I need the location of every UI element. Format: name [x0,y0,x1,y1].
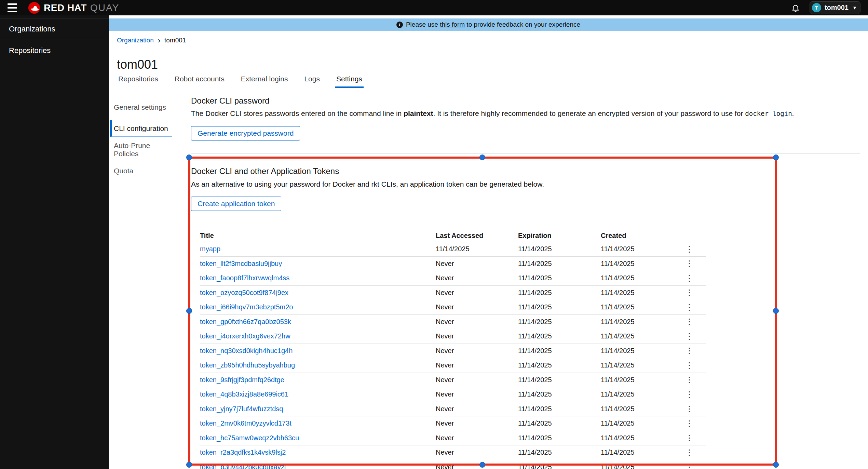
table-row: token_9sfrjgjf3pdmfq26dtgeNever11/14/202… [200,373,706,388]
sidebar-item-organizations[interactable]: Organizations [0,18,109,40]
actions-cell: ⋮ [673,318,706,326]
notifications-bell-icon[interactable] [791,3,800,12]
kebab-menu-icon[interactable]: ⋮ [685,332,693,340]
token-link[interactable]: token_i66i9hqv7m3ebzpt5m2o [200,303,293,311]
token-title-cell: token_b3uv44l2bk0cbuxavzl [200,463,436,469]
kebab-menu-icon[interactable]: ⋮ [685,259,693,268]
kebab-menu-icon[interactable]: ⋮ [685,303,693,311]
section-divider [191,153,860,153]
kebab-menu-icon[interactable]: ⋮ [685,448,693,457]
last-accessed-value: Never [436,318,518,326]
table-row: token_i4orxerxh0xg6vex72hwNever11/14/202… [200,329,706,344]
subnav-item-quota[interactable]: Quota [110,160,172,182]
token-link[interactable]: token_llt2f3mcdbaslu9jjbuy [200,260,282,267]
token-link[interactable]: token_9sfrjgjf3pdmfq26dtge [200,376,284,384]
info-icon: i [396,22,403,28]
kebab-menu-icon[interactable]: ⋮ [685,376,693,384]
last-accessed-value: Never [436,347,518,355]
column-header-last-accessed: Last Accessed [436,232,518,240]
last-accessed-value: Never [436,405,518,413]
kebab-menu-icon[interactable]: ⋮ [685,289,693,297]
token-link[interactable]: token_2mv0k6tm0yzyvlcd173t [200,419,291,427]
token-link[interactable]: token_4q8b3xizj8a8e699ic61 [200,390,288,398]
kebab-menu-icon[interactable]: ⋮ [685,405,693,413]
token-link[interactable]: token_faoop8f7lhxrwwqlm4ss [200,274,289,282]
actions-cell: ⋮ [673,419,706,428]
actions-cell: ⋮ [673,347,706,355]
token-link[interactable]: token_ozyozq50cot9f874j9ex [200,289,288,296]
kebab-menu-icon[interactable]: ⋮ [685,318,693,326]
user-menu[interactable]: T tom001 ▾ [810,1,860,14]
created-value: 11/14/2025 [601,303,673,311]
expiration-value: 11/14/2025 [518,332,601,340]
token-title-cell: token_ozyozq50cot9f874j9ex [200,289,436,297]
expiration-value: 11/14/2025 [518,289,601,297]
kebab-menu-icon[interactable]: ⋮ [685,434,693,442]
table-row: token_zb95h0hdhu5sybyahbugNever11/14/202… [200,358,706,373]
tab-external-logins[interactable]: External logins [240,75,289,88]
expiration-value: 11/14/2025 [518,419,601,427]
kebab-menu-icon[interactable]: ⋮ [685,419,693,428]
brand-quay-text: QUAY [90,2,119,13]
tab-robot-accounts[interactable]: Robot accounts [173,75,226,88]
tab-logs[interactable]: Logs [303,75,321,88]
kebab-menu-icon[interactable]: ⋮ [685,245,693,253]
table-row: token_hc75amw0weqz2vbh63cuNever11/14/202… [200,431,706,446]
token-title-cell: token_hc75amw0weqz2vbh63cu [200,434,436,442]
subnav-item-general-settings[interactable]: General settings [110,97,172,118]
tab-settings[interactable]: Settings [335,75,364,88]
kebab-menu-icon[interactable]: ⋮ [685,361,693,370]
table-row: token_4q8b3xizj8a8e699ic61Never11/14/202… [200,387,706,402]
hamburger-menu-icon[interactable] [8,3,19,12]
kebab-menu-icon[interactable]: ⋮ [685,347,693,355]
redhat-quay-logo[interactable]: RED HAT QUAY [28,2,119,14]
actions-cell: ⋮ [673,463,706,469]
token-link[interactable]: token_b3uv44l2bk0cbuxavzl [200,463,286,469]
token-title-cell: token_i4orxerxh0xg6vex72hw [200,332,436,340]
expiration-value: 11/14/2025 [518,361,601,369]
username: tom001 [825,4,849,12]
subnav-item-cli-configuration[interactable]: CLI configuration [110,120,172,137]
expiration-value: 11/14/2025 [518,463,601,469]
token-link[interactable]: myapp [200,245,220,253]
table-row: token_yjny7j7luf4wfuzztdsqNever11/14/202… [200,402,706,417]
table-row: myapp11/14/202511/14/202511/14/2025⋮ [200,242,706,257]
breadcrumb-organization-link[interactable]: Organization [117,37,154,44]
created-value: 11/14/2025 [601,318,673,326]
feedback-form-link[interactable]: this form [440,21,465,28]
actions-cell: ⋮ [673,332,706,340]
token-title-cell: token_9sfrjgjf3pdmfq26dtge [200,376,436,384]
subnav-item-auto-prune-policies[interactable]: Auto-Prune Policies [110,139,172,160]
create-application-token-button[interactable]: Create application token [191,197,281,211]
token-title-cell: token_faoop8f7lhxrwwqlm4ss [200,274,436,282]
actions-cell: ⋮ [673,245,706,253]
token-link[interactable]: token_nq30xsd0kigh4huc1g4h [200,347,293,354]
token-link[interactable]: token_gp0fxth66z7qa0bz053k [200,318,291,325]
table-row: token_gp0fxth66z7qa0bz053kNever11/14/202… [200,315,706,330]
created-value: 11/14/2025 [601,405,673,413]
kebab-menu-icon[interactable]: ⋮ [685,274,693,282]
breadcrumb-current: tom001 [164,37,186,44]
token-link[interactable]: token_r2a3qdfks1k4vsk9lsj2 [200,448,286,456]
token-title-cell: token_i66i9hqv7m3ebzpt5m2o [200,303,436,311]
created-value: 11/14/2025 [601,434,673,442]
sidebar-item-repositories[interactable]: Repositories [0,40,109,61]
table-row: token_2mv0k6tm0yzyvlcd173tNever11/14/202… [200,416,706,431]
annotation-handle [186,462,192,468]
last-accessed-value: Never [436,332,518,340]
token-link[interactable]: token_yjny7j7luf4wfuzztdsq [200,405,283,413]
kebab-menu-icon[interactable]: ⋮ [685,463,693,469]
last-accessed-value: Never [436,361,518,369]
token-link[interactable]: token_i4orxerxh0xg6vex72hw [200,332,290,340]
tab-repositories[interactable]: Repositories [117,75,160,88]
token-link[interactable]: token_hc75amw0weqz2vbh63cu [200,434,299,442]
actions-cell: ⋮ [673,376,706,384]
token-title-cell: token_4q8b3xizj8a8e699ic61 [200,390,436,398]
created-value: 11/14/2025 [601,463,673,469]
last-accessed-value: 11/14/2025 [436,245,518,253]
kebab-menu-icon[interactable]: ⋮ [685,390,693,399]
chevron-down-icon: ▾ [853,4,856,11]
generate-encrypted-password-button[interactable]: Generate encrypted password [191,126,300,140]
table-row: token_i66i9hqv7m3ebzpt5m2oNever11/14/202… [200,300,706,315]
token-link[interactable]: token_zb95h0hdhu5sybyahbug [200,361,295,369]
